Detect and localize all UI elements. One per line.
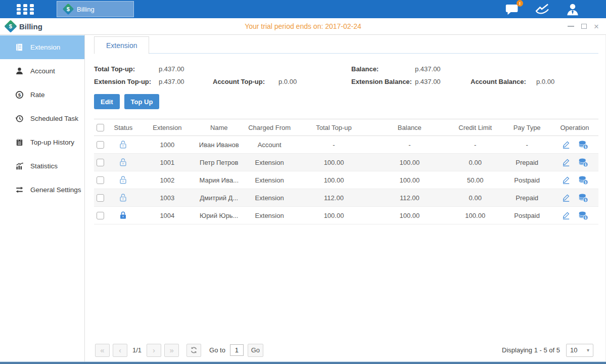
app-grid-icon[interactable] — [17, 4, 36, 14]
sidebar-item-scheduled-task[interactable]: Scheduled Task — [0, 107, 84, 130]
header-extension: Extension — [139, 124, 195, 131]
row-checkbox[interactable] — [97, 212, 104, 219]
cell-extension: 1001 — [139, 159, 195, 166]
notification-badge: ! — [517, 0, 523, 7]
lock-open-icon — [119, 140, 127, 149]
sidebar-item-label: General Settings — [30, 186, 81, 194]
first-page-button[interactable]: « — [95, 344, 110, 357]
sidebar-item-label: Statistics — [30, 162, 58, 170]
table-row: 1000 Иван Иванов Account - - - - — [94, 136, 598, 154]
page-size-value: 10 — [570, 346, 577, 354]
next-page-button[interactable]: › — [147, 344, 161, 357]
refresh-button[interactable] — [187, 344, 201, 357]
header-balance: Balance — [371, 124, 447, 131]
cell-balance: 100.00 — [371, 176, 447, 184]
chart-icon[interactable] — [535, 3, 550, 16]
cell-charged-from: Extension — [243, 212, 296, 219]
sidebar-item-account[interactable]: Account — [0, 59, 84, 83]
edit-row-icon[interactable] — [562, 140, 571, 149]
minimize-icon[interactable] — [568, 26, 574, 27]
cell-balance: 100.00 — [371, 212, 447, 219]
header-status: Status — [107, 124, 139, 131]
maximize-icon[interactable] — [581, 24, 587, 29]
sidebar-item-statistics[interactable]: Statistics — [0, 154, 84, 178]
table-row: 1002 Мария Ива... Extension 100.00 100.0… — [94, 171, 598, 189]
cell-balance: 100.00 — [371, 159, 447, 166]
edit-row-icon[interactable] — [562, 158, 571, 167]
account-topup-value: p.0.00 — [278, 78, 351, 85]
cell-credit-limit: 100.00 — [447, 212, 503, 219]
row-checkbox[interactable] — [97, 176, 104, 184]
top-up-button[interactable]: Top Up — [124, 94, 160, 109]
row-checkbox[interactable] — [97, 141, 104, 149]
user-icon[interactable] — [566, 3, 580, 16]
go-button[interactable]: Go — [248, 344, 263, 357]
table-row: 1003 Дмитрий Д... Extension 112.00 112.0… — [94, 189, 598, 207]
sidebar-item-label: Account — [30, 67, 55, 75]
select-all-checkbox[interactable] — [97, 124, 104, 131]
sidebar-item-rate[interactable]: $ Rate — [0, 83, 84, 107]
topup-row-icon[interactable]: $ — [578, 175, 588, 185]
sidebar-item-general-settings[interactable]: General Settings — [0, 178, 84, 202]
table-row: 1004 Юрий Юрь... Extension 100.00 100.00… — [94, 207, 598, 224]
sidebar-item-topup-history[interactable]: Top-up History — [0, 130, 84, 154]
balance-value: p.437.00 — [415, 65, 471, 73]
cell-balance: 112.00 — [371, 194, 447, 202]
edit-row-icon[interactable] — [562, 175, 571, 185]
sidebar-item-extension[interactable]: Extension — [0, 35, 84, 59]
extension-balance-label: Extension Balance: — [351, 78, 415, 85]
app-tab-billing[interactable]: $ Billing — [57, 1, 134, 17]
goto-page-input[interactable] — [230, 344, 244, 356]
extension-topup-label: Extension Top-up: — [94, 78, 159, 85]
close-icon[interactable]: × — [594, 22, 599, 31]
edit-row-icon[interactable] — [562, 211, 571, 220]
cell-pay-type: Postpaid — [503, 176, 551, 184]
pagination-bar: « ‹ 1/1 › » Go to Go Displaying 1 - 5 of… — [95, 343, 593, 357]
lock-open-icon — [119, 193, 127, 202]
chat-icon[interactable]: ! — [505, 3, 520, 16]
svg-text:$: $ — [584, 216, 586, 220]
page-size-dropdown[interactable]: 10 ▾ — [566, 344, 593, 357]
last-page-button[interactable]: » — [164, 344, 179, 357]
cell-extension: 1003 — [139, 194, 195, 202]
edit-button[interactable]: Edit — [94, 94, 120, 109]
account-balance-value: p.0.00 — [536, 78, 598, 85]
tab-strip: Extension — [94, 36, 598, 54]
header-operation: Operation — [551, 124, 598, 131]
cell-name: Иван Иванов — [195, 141, 243, 149]
cell-total-topup: 100.00 — [296, 159, 372, 166]
displaying-count: Displaying 1 - 5 of 5 — [502, 346, 560, 354]
cell-total-topup: 100.00 — [296, 176, 372, 184]
topup-row-icon[interactable]: $ — [578, 211, 588, 220]
sidebar-item-label: Rate — [30, 91, 45, 99]
notepad-icon — [15, 138, 24, 147]
topup-row-icon[interactable]: $ — [578, 158, 588, 167]
topup-row-icon[interactable]: $ — [578, 140, 588, 150]
trial-notice: Your trial period ends on: 2017-02-24 — [245, 18, 361, 34]
cell-credit-limit: 0.00 — [447, 159, 503, 166]
table-row: 1001 Петр Петров Extension 100.00 100.00… — [94, 154, 598, 171]
cell-balance: - — [371, 141, 447, 149]
sidebar-item-label: Extension — [30, 43, 60, 51]
prev-page-button[interactable]: ‹ — [113, 344, 127, 357]
cell-charged-from: Extension — [243, 159, 296, 166]
top-bar: $ Billing ! — [0, 0, 606, 18]
lock-open-icon — [119, 175, 127, 185]
lock-open-icon — [119, 158, 127, 167]
tab-extension[interactable]: Extension — [94, 36, 149, 54]
extension-topup-value: p.437.00 — [159, 78, 213, 85]
edit-row-icon[interactable] — [562, 193, 571, 202]
row-checkbox[interactable] — [97, 194, 104, 202]
total-topup-label: Total Top-up: — [94, 65, 159, 73]
cell-credit-limit: 50.00 — [447, 176, 503, 184]
topbar-actions: ! — [505, 0, 580, 18]
table-header-row: Status Extension Name Charged From Total… — [94, 119, 598, 136]
billing-diamond-icon: $ — [4, 20, 17, 32]
topup-row-icon[interactable]: $ — [578, 193, 588, 203]
svg-text:$: $ — [584, 145, 586, 149]
page-title: Billing — [19, 22, 42, 31]
cell-charged-from: Extension — [243, 176, 296, 184]
row-checkbox[interactable] — [97, 159, 104, 166]
ledger-icon — [15, 43, 24, 52]
page-indicator: 1/1 — [132, 346, 142, 354]
